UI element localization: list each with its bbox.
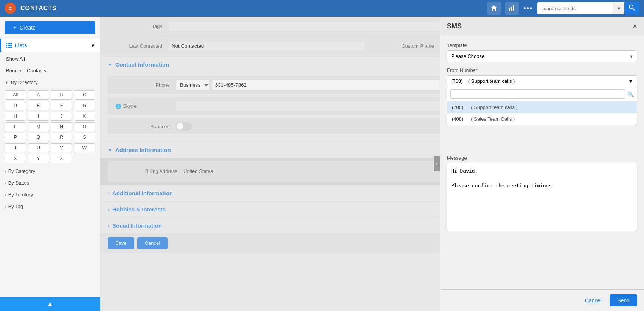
sms-panel-header: SMS × [440, 17, 644, 36]
by-category-arrow: › [5, 169, 6, 174]
from-number-search: 🔍 [447, 87, 637, 101]
create-button[interactable]: ＋ Create [5, 21, 95, 34]
svg-rect-3 [511, 7, 512, 11]
sidebar-by-status[interactable]: › By Status [0, 177, 100, 189]
template-label: Template [447, 42, 637, 48]
alpha-c[interactable]: C [74, 90, 95, 100]
sms-send-button[interactable]: Send [610, 294, 637, 306]
sidebar-by-tag[interactable]: › By Tag [0, 201, 100, 212]
sidebar-by-directory[interactable]: ▼ By Directory [0, 76, 100, 88]
by-territory-arrow: › [5, 193, 6, 197]
sidebar-by-territory[interactable]: › By Territory [0, 189, 100, 201]
phone-type-select[interactable]: Business [176, 80, 209, 90]
alpha-b[interactable]: B [51, 90, 72, 100]
from-number-selected[interactable]: (708) ( Support team calls ) ▼ [447, 75, 637, 87]
svg-text:C: C [9, 6, 12, 11]
from-number-selected-text: (708) ( Support team calls ) [451, 78, 515, 84]
lists-dropdown-arrow: ▼ [90, 43, 95, 48]
main-layout: ＋ Create Lists ▼ Show All Bounced Contac… [0, 17, 644, 311]
by-status-arrow: › [5, 181, 6, 185]
search-container: ▼ [537, 2, 639, 14]
collapse-handle[interactable]: ‹ [434, 156, 440, 171]
alpha-f[interactable]: F [51, 101, 72, 110]
alpha-l[interactable]: L [5, 122, 26, 131]
sidebar-by-category[interactable]: › By Category [0, 165, 100, 177]
sms-close-button[interactable]: × [633, 22, 637, 31]
from-number-dropdown: 🔍 (708) ( Support team calls ) (408) ( S… [447, 87, 637, 125]
search-input[interactable] [537, 3, 613, 14]
alpha-z[interactable]: Z [51, 154, 72, 163]
alpha-o[interactable]: O [74, 122, 95, 131]
search-dropdown-arrow[interactable]: ▼ [613, 3, 624, 14]
sidebar-bounced-contacts[interactable]: Bounced Contacts [0, 65, 100, 76]
alpha-q[interactable]: Q [28, 133, 49, 142]
alpha-t[interactable]: T [5, 143, 26, 152]
from-number-option-708[interactable]: (708) ( Support team calls ) [447, 101, 637, 113]
alpha-w[interactable]: W [74, 143, 95, 152]
alpha-y[interactable]: Y [28, 154, 49, 163]
bounced-switch[interactable] [176, 122, 192, 131]
alpha-k[interactable]: K [74, 112, 95, 121]
last-contacted-value [168, 41, 365, 51]
search-button[interactable] [624, 2, 639, 14]
from-number-container: (708) ( Support team calls ) ▼ 🔍 [447, 75, 637, 87]
from-number-search-input[interactable] [450, 89, 625, 99]
hobbies-arrow: › [108, 207, 109, 212]
sms-cancel-button[interactable]: Cancel [580, 294, 606, 306]
tags-label: Tags [108, 23, 168, 29]
plus-icon: ＋ [12, 24, 17, 31]
contact-info-arrow: ▼ [108, 62, 112, 67]
svg-rect-2 [509, 8, 510, 11]
additional-info-arrow: › [108, 191, 109, 196]
svg-point-5 [629, 5, 633, 9]
chart-icon[interactable] [505, 2, 519, 15]
svg-rect-11 [6, 47, 7, 48]
social-info-arrow: › [108, 223, 109, 229]
from-number-search-icon: 🔍 [627, 91, 634, 97]
alpha-g[interactable]: G [74, 101, 95, 110]
up-arrow-icon: ▲ [47, 300, 54, 308]
from-number-label: From Number [447, 67, 637, 73]
more-options[interactable]: ••• [523, 5, 533, 12]
sidebar-show-all[interactable]: Show All [0, 53, 100, 65]
template-select[interactable]: Please Choose [447, 50, 637, 62]
alpha-x[interactable]: X [5, 154, 26, 163]
phone-label: Phone [115, 82, 176, 88]
alpha-e[interactable]: E [28, 101, 49, 110]
alpha-p[interactable]: P [5, 133, 26, 142]
alpha-n[interactable]: N [51, 122, 72, 131]
alpha-i[interactable]: I [28, 112, 49, 121]
svg-line-6 [633, 8, 635, 10]
from-number-option-408[interactable]: (408) ( Sales Team Calls ) [447, 113, 637, 125]
home-icon[interactable] [487, 2, 501, 15]
app-icon: C [5, 3, 16, 14]
alpha-s[interactable]: S [74, 133, 95, 142]
svg-rect-7 [6, 43, 7, 44]
alpha-h[interactable]: H [5, 112, 26, 121]
svg-rect-12 [8, 47, 12, 48]
scroll-top-button[interactable]: ▲ [0, 297, 100, 311]
alpha-m[interactable]: M [28, 122, 49, 131]
address-info-arrow: ▼ [108, 148, 112, 153]
bounced-label: Bounced [115, 124, 176, 129]
svg-rect-8 [8, 43, 12, 44]
alpha-all[interactable]: All [5, 90, 26, 100]
main-content: Tags Status Active Last Contacted Custom… [100, 17, 644, 311]
alpha-d[interactable]: D [5, 101, 26, 110]
alpha-a[interactable]: A [28, 90, 49, 100]
sms-panel-footer: Cancel Send [440, 289, 644, 311]
sidebar-lists-label: Lists [6, 42, 27, 48]
alpha-j[interactable]: J [51, 112, 72, 121]
message-label: Message [447, 155, 637, 161]
alpha-v[interactable]: V [51, 143, 72, 152]
svg-rect-9 [6, 45, 7, 46]
billing-address-label: Billing Address [123, 168, 183, 174]
alpha-u[interactable]: U [28, 143, 49, 152]
alpha-grid: All A B C D E F G H I J K L M N O P Q R … [0, 88, 100, 165]
cancel-content-button[interactable]: Cancel [137, 237, 168, 249]
alpha-r[interactable]: R [51, 133, 72, 142]
last-contacted-input[interactable] [168, 41, 365, 51]
sidebar-lists-section[interactable]: Lists ▼ [0, 39, 100, 52]
message-textarea[interactable]: Hi David, Please confirm the meeting tim… [447, 163, 637, 231]
save-button[interactable]: Save [108, 237, 134, 249]
